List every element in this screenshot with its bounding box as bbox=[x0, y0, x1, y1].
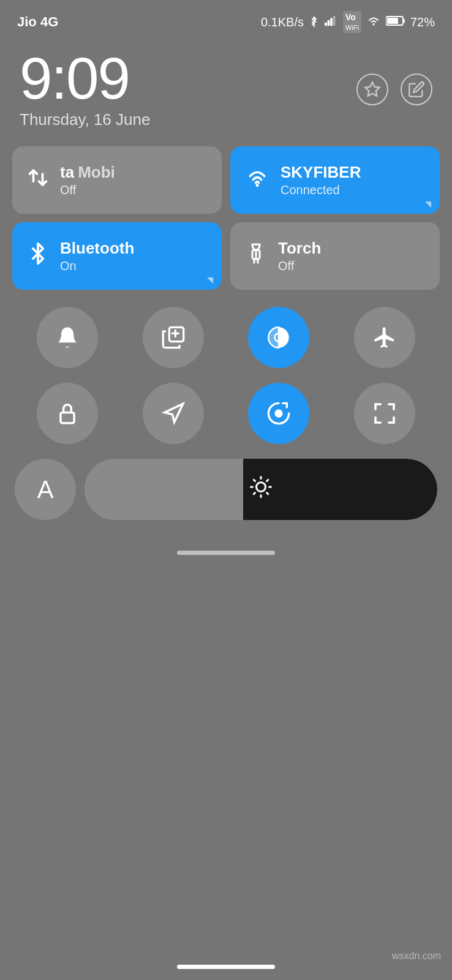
svg-marker-18 bbox=[165, 404, 183, 422]
status-bar: Jio 4G 0.1KB/s Vo WiFi bbox=[0, 0, 452, 38]
location-button[interactable] bbox=[143, 383, 204, 444]
wifi-ssid: SKYFIBER bbox=[281, 163, 361, 182]
wifi-tile-icon bbox=[245, 167, 269, 194]
brightness-fill bbox=[85, 459, 243, 520]
mobile-data-status: Off bbox=[60, 183, 115, 197]
gesture-bar-pill bbox=[177, 551, 275, 555]
fullscreen-button[interactable] bbox=[354, 383, 415, 444]
signal-icon bbox=[325, 15, 338, 29]
svg-point-9 bbox=[256, 184, 259, 187]
airplane-mode-button[interactable] bbox=[354, 307, 415, 368]
battery-percent: 72% bbox=[410, 15, 435, 29]
bottom-control-row: A bbox=[0, 453, 452, 526]
wifi-icon bbox=[366, 15, 381, 29]
battery-icon bbox=[386, 15, 405, 29]
edit-icon[interactable] bbox=[401, 74, 432, 105]
home-bar-area bbox=[0, 965, 452, 980]
do-not-disturb-icon[interactable] bbox=[356, 74, 388, 105]
svg-rect-3 bbox=[333, 15, 336, 26]
quick-icons-row-2 bbox=[0, 377, 452, 450]
mobile-data-label1: ta bbox=[60, 163, 74, 182]
svg-rect-6 bbox=[403, 19, 405, 23]
bluetooth-status-icon bbox=[309, 14, 320, 31]
svg-rect-1 bbox=[328, 20, 330, 26]
svg-line-23 bbox=[254, 480, 255, 481]
lock-button[interactable] bbox=[37, 383, 98, 444]
bluetooth-tile[interactable]: Bluetooth On bbox=[12, 222, 222, 290]
svg-rect-7 bbox=[387, 18, 398, 24]
font-size-button[interactable]: A bbox=[15, 459, 76, 520]
torch-tile-icon bbox=[245, 243, 267, 270]
quick-tiles-grid: ta Mobi Off SKYFIBER Connected bbox=[0, 146, 452, 290]
bluetooth-tile-icon bbox=[27, 243, 49, 270]
middle-gesture-bar bbox=[0, 532, 452, 561]
svg-point-19 bbox=[276, 410, 282, 417]
torch-label: Torch bbox=[278, 239, 321, 258]
mobile-data-icon bbox=[27, 167, 49, 194]
brightness-slider[interactable] bbox=[85, 459, 437, 520]
wifi-status: Connected bbox=[281, 183, 361, 197]
bell-button[interactable] bbox=[37, 307, 98, 368]
color-invert-button[interactable] bbox=[248, 307, 309, 368]
carrier-label: Jio 4G bbox=[17, 14, 58, 30]
bluetooth-tile-arrow bbox=[207, 277, 213, 284]
svg-point-20 bbox=[257, 483, 266, 492]
watermark: wsxdn.com bbox=[392, 951, 441, 962]
svg-line-28 bbox=[267, 480, 268, 481]
svg-rect-0 bbox=[325, 22, 327, 26]
vo-wifi-icon: Vo WiFi bbox=[343, 11, 361, 33]
clock-time: 9:09 bbox=[20, 49, 150, 108]
svg-rect-2 bbox=[330, 18, 333, 26]
bluetooth-label: Bluetooth bbox=[60, 239, 134, 258]
svg-line-27 bbox=[254, 493, 255, 494]
svg-marker-8 bbox=[365, 82, 379, 96]
mobile-data-tile[interactable]: ta Mobi Off bbox=[12, 146, 222, 214]
bluetooth-status: On bbox=[60, 259, 134, 273]
brightness-sun-icon bbox=[250, 476, 272, 503]
torch-status: Off bbox=[278, 259, 321, 273]
status-indicators: 0.1KB/s Vo WiFi bbox=[261, 11, 435, 33]
speed-indicator: 0.1KB/s bbox=[261, 15, 304, 29]
clock-date: Thursday, 16 June bbox=[20, 110, 150, 129]
mobile-data-label2: Mobi bbox=[78, 163, 115, 182]
brightness-dark bbox=[243, 459, 437, 520]
quick-icons-row-1 bbox=[0, 301, 452, 374]
time-section: 9:09 Thursday, 16 June bbox=[0, 38, 452, 146]
svg-point-4 bbox=[372, 23, 374, 25]
torch-tile[interactable]: Torch Off bbox=[230, 222, 440, 290]
wifi-tile-arrow bbox=[425, 202, 431, 208]
auto-rotate-button[interactable] bbox=[248, 383, 309, 444]
font-letter: A bbox=[37, 476, 54, 503]
svg-line-24 bbox=[267, 493, 268, 494]
screenshot-button[interactable] bbox=[143, 307, 204, 368]
home-bar[interactable] bbox=[177, 965, 275, 969]
wifi-tile[interactable]: SKYFIBER Connected bbox=[230, 146, 440, 214]
svg-rect-17 bbox=[61, 412, 74, 423]
